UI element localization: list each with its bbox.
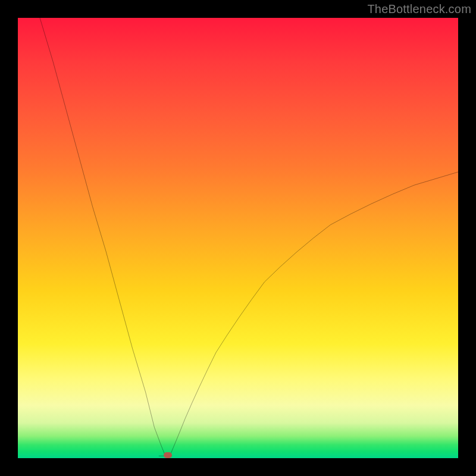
curve-layer xyxy=(18,18,458,458)
right-branch-path xyxy=(170,172,458,456)
left-branch-path xyxy=(40,18,165,456)
optimum-marker xyxy=(164,452,172,458)
chart-frame: TheBottleneck.com xyxy=(0,0,476,476)
plot-area xyxy=(18,18,458,458)
watermark-text: TheBottleneck.com xyxy=(367,2,471,16)
